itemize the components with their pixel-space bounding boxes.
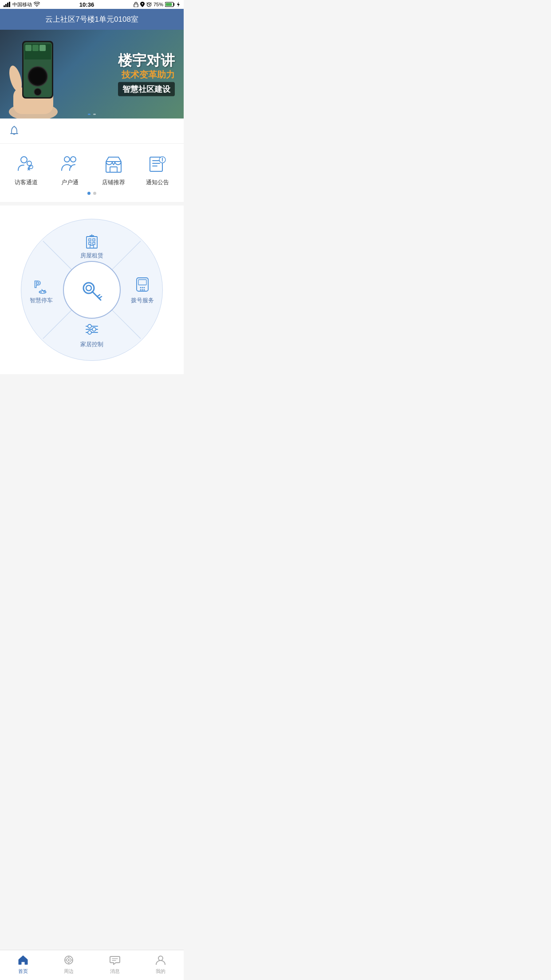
svg-rect-4 <box>134 4 138 7</box>
svg-point-59 <box>140 289 142 291</box>
shop-svg <box>103 154 124 174</box>
phone-icon <box>133 275 152 294</box>
svg-rect-2 <box>7 3 8 7</box>
dial-label: 拨号服务 <box>131 296 154 304</box>
sector-item-dial[interactable]: 拨号服务 <box>131 275 154 304</box>
bell-svg <box>8 125 20 137</box>
status-right: 75% <box>134 2 180 7</box>
household-label: 户户通 <box>61 178 79 186</box>
menu-item-notice[interactable]: 通知公告 <box>136 153 180 186</box>
wifi-icon <box>34 2 40 7</box>
notice-svg <box>147 154 168 174</box>
visitor-icon <box>15 153 37 175</box>
svg-rect-47 <box>90 245 94 248</box>
menu-grid: 访客通道 户户通 <box>4 153 179 186</box>
shop-icon <box>102 153 125 175</box>
lock-icon <box>134 2 138 7</box>
center-key-button[interactable] <box>63 261 121 319</box>
svg-line-70 <box>92 292 101 300</box>
charging-icon <box>177 2 180 7</box>
home-control-label: 家居控制 <box>80 340 103 348</box>
menu-item-household[interactable]: 户户通 <box>48 153 92 186</box>
svg-point-56 <box>140 287 142 288</box>
svg-point-19 <box>30 68 46 84</box>
status-time: 10:36 <box>79 1 94 8</box>
notice-label: 通知公告 <box>146 178 169 186</box>
menu-section: 访客通道 户户通 <box>0 144 184 202</box>
content-area: 楼宇对讲 技术变革助力 智慧社区建设 <box>0 30 184 405</box>
battery-icon <box>165 2 175 7</box>
svg-text:P: P <box>34 279 41 290</box>
svg-point-67 <box>88 331 91 334</box>
header-title: 云上社区7号楼1单元0108室 <box>45 15 138 24</box>
svg-rect-46 <box>93 242 95 245</box>
svg-point-58 <box>144 287 145 288</box>
circular-menu: 房屋租赁 P 智慧停车 <box>21 219 163 361</box>
svg-point-27 <box>64 157 70 162</box>
banner-phone-illustration <box>0 34 71 119</box>
key-icon <box>78 276 106 304</box>
home-control-icon <box>83 321 100 338</box>
svg-point-57 <box>142 287 143 288</box>
svg-point-66 <box>92 328 96 331</box>
visitor-label: 访客通道 <box>15 178 38 186</box>
shop-label: 店铺推荐 <box>102 178 125 186</box>
menu-dot-active <box>87 192 91 195</box>
svg-rect-0 <box>4 5 5 7</box>
svg-rect-3 <box>9 2 10 7</box>
banner-description: 智慧社区建设 <box>118 82 175 96</box>
svg-point-65 <box>88 324 91 328</box>
svg-point-28 <box>71 157 76 162</box>
rent-label: 房屋租赁 <box>80 252 103 260</box>
banner-dot-inactive <box>93 114 96 115</box>
status-bar: 中国移动 10:36 75% <box>0 0 184 9</box>
location-icon <box>140 2 145 7</box>
svg-point-61 <box>144 289 145 291</box>
bell-icon[interactable] <box>7 124 21 138</box>
svg-point-52 <box>39 291 41 293</box>
building-icon <box>83 232 100 249</box>
sector-item-rent[interactable]: 房屋租赁 <box>80 232 103 260</box>
banner[interactable]: 楼宇对讲 技术变革助力 智慧社区建设 <box>0 30 184 119</box>
menu-item-visitor[interactable]: 访客通道 <box>4 153 48 186</box>
circular-section: 房屋租赁 P 智慧停车 <box>0 205 184 374</box>
household-svg <box>60 154 80 174</box>
household-icon <box>59 153 81 175</box>
visitor-svg <box>16 154 36 174</box>
svg-point-22 <box>21 157 27 163</box>
svg-rect-42 <box>87 237 97 248</box>
svg-point-5 <box>142 3 143 4</box>
svg-rect-30 <box>110 167 117 172</box>
svg-rect-45 <box>89 242 91 245</box>
svg-line-71 <box>97 295 100 296</box>
svg-rect-44 <box>93 239 95 241</box>
sector-item-parking[interactable]: P 智慧停车 <box>30 275 53 304</box>
header: 云上社区7号楼1单元0108室 <box>0 9 184 30</box>
phone-hand-svg <box>0 34 71 119</box>
notice-icon <box>146 153 169 175</box>
banner-text: 楼宇对讲 技术变革助力 智慧社区建设 <box>118 52 175 96</box>
signal-icon <box>4 2 11 7</box>
banner-subtitle: 技术变革助力 <box>118 69 175 80</box>
svg-point-69 <box>86 285 91 291</box>
svg-point-37 <box>162 161 163 162</box>
svg-point-53 <box>44 291 46 293</box>
banner-title: 楼宇对讲 <box>118 52 175 69</box>
menu-item-shop[interactable]: 店铺推荐 <box>92 153 136 186</box>
sector-item-home-control[interactable]: 家居控制 <box>80 321 103 348</box>
svg-rect-16 <box>32 45 39 51</box>
svg-point-60 <box>142 289 143 291</box>
parking-label: 智慧停车 <box>30 296 53 304</box>
svg-rect-17 <box>39 45 46 51</box>
battery-percent: 75% <box>153 2 163 7</box>
menu-pagination <box>4 192 179 195</box>
status-left: 中国移动 <box>4 1 40 8</box>
menu-dot-inactive <box>93 192 96 195</box>
svg-rect-43 <box>89 239 91 241</box>
notification-bar[interactable] <box>0 119 184 144</box>
carrier-text: 中国移动 <box>12 1 32 8</box>
svg-point-21 <box>14 126 15 127</box>
svg-rect-55 <box>138 280 146 285</box>
banner-pagination <box>88 114 96 115</box>
alarm-icon <box>146 2 152 7</box>
